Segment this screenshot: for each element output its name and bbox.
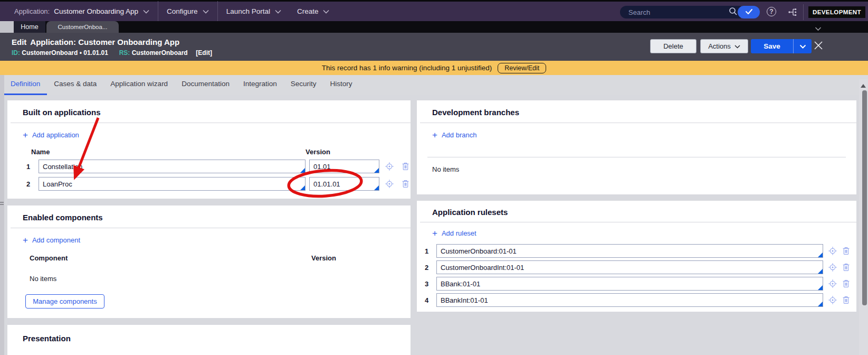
plus-icon: + [432,132,437,138]
launch-portal-menu[interactable]: Launch Portal [226,7,270,15]
section-divider [420,222,856,222]
section-title: Application rulesets [417,201,856,222]
tab-integration[interactable]: Integration [236,75,284,94]
document-tab-active[interactable]: CustomerOnboa... [46,21,119,33]
left-gutter [0,75,4,355]
application-name-input[interactable] [39,160,306,173]
section-divider [420,123,856,123]
table-headers: Component Version [30,254,411,262]
actions-button-label: Actions [708,42,731,50]
column-header-name: Name [31,148,306,156]
add-branch-label: Add branch [442,131,477,139]
application-switcher[interactable]: Customer Onboarding App [54,7,138,15]
delete-button[interactable]: Delete [650,39,697,53]
autocomplete-corner [818,269,823,274]
review-edit-button[interactable]: Review/Edit [498,63,546,73]
section-title: Development branches [417,100,856,123]
actions-button[interactable]: Actions [700,39,748,53]
splitter-handle[interactable] [0,201,4,206]
ruleset-input[interactable] [436,293,823,307]
add-ruleset-link[interactable]: + Add ruleset [432,229,476,237]
add-application-link[interactable]: + Add application [23,131,79,139]
ruleset-input[interactable] [436,260,823,274]
tabstrip-corner [0,21,14,33]
application-version-input[interactable] [309,177,379,191]
add-ruleset-label: Add ruleset [442,229,476,237]
table-row: 2 [26,177,411,191]
close-icon[interactable] [814,41,823,52]
chevron-down-icon [735,42,740,50]
search-submit-button[interactable] [738,6,760,18]
search-icon[interactable] [729,7,738,17]
tab-documentation[interactable]: Documentation [175,75,236,94]
column-header-component: Component [30,254,311,262]
plus-icon: + [23,237,28,244]
ruleset-input[interactable] [436,277,823,291]
chevron-down-icon[interactable] [203,10,209,14]
open-target-icon[interactable] [828,246,837,256]
chevron-down-icon[interactable] [275,10,281,14]
help-icon[interactable]: ? [767,7,776,16]
open-target-icon[interactable] [385,162,394,171]
add-branch-link[interactable]: + Add branch [432,131,476,139]
open-target-icon[interactable] [828,279,837,288]
save-options-button[interactable] [794,39,812,53]
chevron-down-icon[interactable] [323,10,329,14]
open-target-icon[interactable] [385,179,394,189]
empty-state-text: No items [432,165,856,173]
create-menu[interactable]: Create [297,7,319,15]
chevron-down-icon[interactable] [143,10,149,14]
built-on-applications-panel: Built on applications + Add application … [7,100,411,199]
search-input[interactable] [620,8,729,17]
plus-icon: + [432,230,437,237]
open-target-icon[interactable] [828,295,837,305]
manage-components-button[interactable]: Manage components [25,294,104,309]
warning-banner: This record has 1 info warning (includin… [0,61,868,75]
ruleset-rows: 1 2 3 [417,244,856,307]
topbar-divider [158,1,158,22]
autocomplete-corner [300,168,305,173]
scrollbar-up-arrow[interactable] [861,84,866,88]
table-row: 1 [425,244,856,258]
ruleset-input[interactable] [436,244,823,258]
app-window: Application: Customer Onboarding App Con… [0,0,868,355]
record-meta: ID: CustomerOnboard • 01.01.01 RS: Custo… [12,49,212,57]
delete-row-icon[interactable] [842,246,851,256]
add-component-link[interactable]: + Add component [23,236,80,244]
save-button[interactable]: Save [751,39,793,53]
search-box[interactable] [620,6,741,18]
configure-menu[interactable]: Configure [167,7,198,15]
tab-security[interactable]: Security [284,75,323,94]
autocomplete-corner [374,168,379,173]
delete-row-icon[interactable] [842,279,851,288]
table-row: 3 [425,277,856,291]
section-title: Presentation [7,325,411,349]
application-version-input[interactable] [309,160,379,173]
section-title: Built on applications [7,100,411,123]
delete-row-icon[interactable] [401,162,410,171]
enabled-components-panel: Enabled components + Add component Compo… [7,205,411,318]
delete-row-icon[interactable] [842,263,851,272]
edit-ruleset-link[interactable]: [Edit] [196,49,212,57]
tab-application-wizard[interactable]: Application wizard [103,75,175,94]
tab-cases-and-data[interactable]: Cases & data [47,75,103,94]
delete-row-icon[interactable] [842,295,851,305]
table-row: 1 [26,160,411,173]
application-name-input[interactable] [39,177,306,191]
tab-history[interactable]: History [323,75,359,94]
plus-icon: + [23,132,28,138]
table-headers: Name Version [31,148,411,156]
tab-definition[interactable]: Definition [4,75,47,95]
open-target-icon[interactable] [828,263,837,272]
hierarchy-icon[interactable] [787,7,798,19]
tab-overflow-chevron-icon[interactable] [815,24,822,33]
table-row: 4 [425,293,856,307]
row-number: 2 [26,180,35,188]
delete-row-icon[interactable] [401,179,410,189]
record-title: Application: Customer Onboarding App [30,38,179,46]
home-tab[interactable]: Home [14,21,45,33]
autocomplete-corner [818,285,823,290]
page-title: EditApplication: Customer Onboarding App [12,38,179,46]
scrollbar-thumb[interactable] [862,90,867,305]
id-value: CustomerOnboard • 01.01.01 [22,49,108,57]
